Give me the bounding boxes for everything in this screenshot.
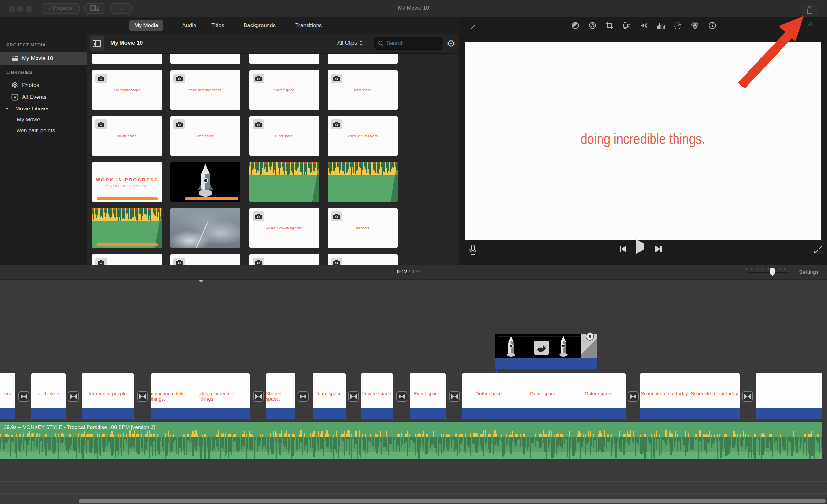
tab-backgrounds[interactable]: Backgrounds [238, 20, 281, 31]
sidebar-item-imovie-library[interactable]: ▼ iMovie Library [0, 103, 87, 115]
crop-icon[interactable] [605, 21, 615, 30]
media-thumbnail[interactable]: We are a coworking space [249, 208, 320, 248]
volume-icon[interactable] [639, 21, 649, 30]
media-thumbnail[interactable]: Private space. [92, 116, 162, 156]
transition-button[interactable] [297, 391, 308, 402]
sidebar-item-label: Photos [22, 82, 39, 89]
timeline-clip[interactable]: for thinkers [31, 373, 65, 419]
camera-icon [174, 258, 185, 265]
tab-audio[interactable]: Audio [177, 20, 201, 31]
microphone-icon[interactable] [468, 244, 478, 257]
media-thumbnail[interactable]: Shared space. [249, 70, 320, 110]
transition-button[interactable] [742, 391, 753, 402]
minimize-window-button[interactable] [17, 6, 23, 12]
disclosure-triangle-icon[interactable]: ▼ [3, 107, 11, 111]
transition-button[interactable] [18, 391, 30, 402]
timecode: 0:12 / 0:39 [397, 269, 422, 275]
enhance-magic-wand-icon[interactable] [469, 21, 479, 30]
libraries-sidebar: PROJECT MEDIA My Movie 10 LIBRARIES Phot… [0, 34, 87, 265]
download-button[interactable]: ↓ [110, 3, 132, 13]
tab-titles[interactable]: Titles [206, 20, 229, 31]
transition-button[interactable] [253, 391, 264, 402]
media-thumbnail[interactable]: doing incredible things. [170, 70, 240, 110]
tab-transitions[interactable]: Transitions [290, 20, 327, 31]
zoom-slider-thumb[interactable] [770, 268, 775, 276]
media-thumbnail[interactable]: Event space. [170, 116, 240, 156]
photos-flower-icon [11, 82, 19, 89]
close-window-button[interactable] [9, 6, 15, 12]
media-thumbnail[interactable]: Schedule a tour today. [328, 116, 398, 156]
media-thumbnail[interactable] [170, 254, 240, 265]
media-thumbnail[interactable]: Outer space. [249, 116, 320, 156]
transition-button[interactable] [68, 391, 79, 402]
zoom-slider-track[interactable] [746, 272, 790, 273]
noise-reduction-eq-icon[interactable] [656, 21, 666, 30]
color-correction-wheel-icon[interactable] [588, 21, 597, 30]
sidebar-item-my-movie-10[interactable]: My Movie 10 [0, 52, 87, 64]
connected-overlay-clip[interactable] [495, 334, 597, 369]
sidebar-item-my-movie[interactable]: My Movie [0, 114, 87, 126]
connection-handle[interactable] [586, 332, 594, 341]
sidebar-item-photos[interactable]: Photos [0, 79, 87, 91]
horizontal-scrollbar[interactable] [79, 499, 826, 503]
media-thumbnail[interactable] [249, 53, 320, 64]
media-thumbnail[interactable] [92, 254, 162, 265]
media-thumbnail[interactable] [249, 254, 320, 265]
timeline-clip[interactable]: Outer space.Outer space.Outer space. [462, 373, 626, 419]
background-music-clip[interactable]: 39.9s – MONKEY STYLE - Tropical Paradise… [0, 422, 823, 459]
media-thumbnail-audio-clip[interactable] [328, 162, 398, 202]
projects-back-button[interactable]: ‹ Projects [42, 3, 80, 13]
timeline-clip[interactable]: Schedule a tour today.Schedule a tour to… [640, 373, 740, 419]
camera-icon [331, 119, 342, 129]
waveform [328, 162, 398, 179]
transition-button[interactable] [396, 391, 407, 402]
media-thumbnail-audio-clip[interactable] [249, 162, 320, 202]
media-thumbnail[interactable]: For regular people [92, 70, 162, 110]
speed-icon[interactable] [673, 21, 683, 30]
gear-icon[interactable]: ⚙ [445, 38, 457, 49]
transition-button[interactable] [137, 391, 148, 402]
stabilization-icon[interactable] [622, 21, 631, 30]
media-thumbnail[interactable] [170, 53, 240, 64]
timeline-clip[interactable] [756, 373, 823, 419]
next-button[interactable] [655, 246, 662, 252]
sidebar-toggle-button[interactable] [90, 37, 104, 51]
search-input[interactable]: Search [375, 37, 443, 50]
clip-filter-dropdown[interactable]: All Clips [337, 40, 363, 46]
rocket-icon [201, 164, 210, 175]
color-overlap-icon[interactable] [690, 21, 700, 30]
transition-button[interactable] [449, 391, 460, 402]
media-thumbnail[interactable]: Team space. [328, 70, 398, 110]
media-thumbnail[interactable] [328, 254, 398, 265]
transition-button[interactable] [628, 391, 639, 402]
playhead[interactable] [201, 280, 201, 497]
previous-button[interactable] [620, 246, 626, 252]
zoom-window-button[interactable] [26, 6, 32, 12]
media-browser: My Movie 10 All Clips Search ⚙ For re [87, 34, 459, 265]
timeline-clip[interactable]: Team space. [313, 373, 346, 419]
sidebar-item-all-events[interactable]: All Events [0, 91, 87, 103]
media-thumbnail[interactable] [92, 53, 162, 64]
camera-icon [331, 73, 342, 83]
timeline-clip[interactable]: Event space. [409, 373, 446, 419]
media-thumbnail-rocket-video[interactable] [170, 162, 240, 202]
timeline-clip[interactable]: ors [0, 373, 15, 419]
tab-my-media[interactable]: My Media [129, 20, 163, 31]
speed-rabbit-badge[interactable] [534, 341, 549, 355]
timeline-clip[interactable]: for regular people [82, 373, 134, 419]
timeline-clip[interactable]: Shared space. [266, 373, 295, 419]
media-thumbnail-clouds-video[interactable] [170, 208, 240, 248]
sidebar-item-web-pain-points[interactable]: web pain points [0, 124, 87, 137]
media-thumbnail[interactable]: for doers [328, 208, 398, 248]
media-thumbnail-wip-title[interactable]: WORK IN PROGRESS COWORKING \ MEETINGS \ [92, 162, 162, 202]
sidebar-item-label: iMovie Library [14, 106, 48, 112]
timeline-clip[interactable]: Private space. [361, 373, 393, 419]
fullscreen-icon[interactable] [813, 244, 823, 255]
timeline-settings-button[interactable]: Settings [799, 269, 819, 275]
media-thumbnail-audio-clip[interactable] [92, 208, 162, 248]
media-thumbnail[interactable] [328, 53, 398, 64]
play-button[interactable] [636, 244, 644, 250]
color-balance-icon[interactable] [571, 21, 580, 30]
transition-button[interactable] [348, 391, 359, 402]
import-media-button[interactable] [84, 3, 105, 13]
